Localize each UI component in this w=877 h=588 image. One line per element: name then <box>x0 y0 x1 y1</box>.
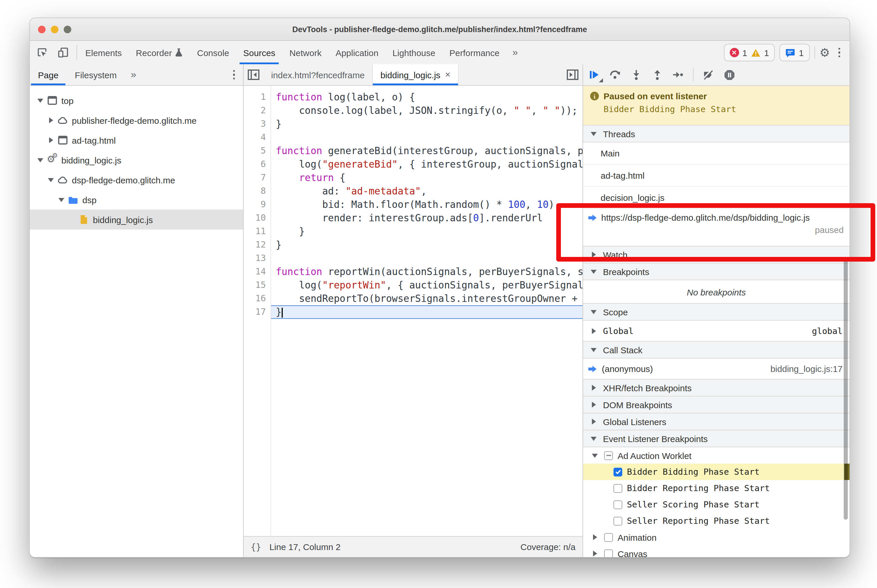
tree-item-publisher-fledge-demo-glitch-me[interactable]: publisher-fledge-demo.glitch.me <box>30 110 243 130</box>
step-out-button[interactable] <box>651 68 664 81</box>
code-editor[interactable]: 1234567891011121314151617 function log(l… <box>244 86 582 537</box>
more-navigator-tabs-icon[interactable]: » <box>125 64 142 85</box>
line-number[interactable]: 15 <box>244 279 271 292</box>
tree-item-dsp[interactable]: dsp <box>30 190 243 210</box>
section-dom-breakpoints[interactable]: DOM Breakpoints <box>583 396 850 413</box>
tab-sources[interactable]: Sources <box>236 41 283 64</box>
code-line[interactable]: function reportWin(auctionSignals, perBu… <box>271 265 582 279</box>
device-toolbar-icon[interactable] <box>54 44 72 61</box>
tree-item-bidding-logic-js[interactable]: bidding_logic.js <box>30 210 243 230</box>
expanded-arrow-icon[interactable] <box>36 96 45 105</box>
tab-network[interactable]: Network <box>283 41 329 64</box>
call-stack-frame[interactable]: (anonymous) bidding_logic.js:17 <box>583 358 850 380</box>
code-line[interactable]: sendReportTo(browserSignals.interestGrou… <box>271 292 582 305</box>
line-number-gutter[interactable]: 1234567891011121314151617 <box>244 86 271 537</box>
code-line[interactable]: function log(label, o) { <box>271 90 582 104</box>
checkbox-unchecked[interactable] <box>614 500 622 509</box>
elb-group-animation[interactable]: Animation <box>583 529 850 545</box>
minimize-window-button[interactable] <box>51 26 59 33</box>
checkbox-unchecked[interactable] <box>604 533 613 542</box>
line-number[interactable]: 9 <box>244 198 271 212</box>
expanded-arrow-icon[interactable] <box>36 155 45 165</box>
close-window-button[interactable] <box>38 26 45 33</box>
inspect-element-icon[interactable] <box>33 44 51 61</box>
code-line[interactable]: } <box>271 117 582 131</box>
elb-item-bidder-reporting-phase-start[interactable]: Bidder Reporting Phase Start <box>583 480 850 496</box>
line-number[interactable]: 12 <box>244 238 271 252</box>
step-button[interactable] <box>672 68 685 81</box>
code-line[interactable]: return { <box>271 171 582 184</box>
line-number[interactable]: 4 <box>244 131 271 144</box>
checkbox-unchecked[interactable] <box>614 484 622 492</box>
tab-page[interactable]: Page <box>30 64 66 85</box>
tab-filesystem[interactable]: Filesystem <box>66 64 125 85</box>
tab-performance[interactable]: Performance <box>442 41 507 64</box>
tab-elements[interactable]: Elements <box>78 41 129 64</box>
editor-tab-index[interactable]: index.html?fencedframe <box>263 64 373 85</box>
expanded-arrow-icon[interactable] <box>57 195 66 204</box>
elb-item-bidder-bidding-phase-start[interactable]: Bidder Bidding Phase Start <box>583 464 850 480</box>
checkbox-checked[interactable] <box>614 467 622 476</box>
navigator-toggle-icon[interactable] <box>244 64 263 85</box>
step-into-button[interactable] <box>630 68 643 81</box>
step-over-button[interactable] <box>609 68 622 81</box>
line-number[interactable]: 2 <box>244 104 271 117</box>
line-number[interactable]: 16 <box>244 292 271 305</box>
navigator-menu-icon[interactable] <box>229 70 238 80</box>
tab-lighthouse[interactable]: Lighthouse <box>385 41 442 64</box>
errors-warnings-badge[interactable]: ✕ 1 1 <box>724 44 775 61</box>
line-number[interactable]: 6 <box>244 158 271 171</box>
settings-gear-icon[interactable]: ⚙ <box>820 47 830 58</box>
line-number[interactable]: 17 <box>244 305 271 319</box>
tree-item-bidding-logic-js[interactable]: ⚙⚙bidding_logic.js <box>30 150 243 170</box>
tree-item-dsp-fledge-demo-glitch-me[interactable]: dsp-fledge-demo.glitch.me <box>30 170 243 190</box>
section-xhr-breakpoints[interactable]: XHR/fetch Breakpoints <box>583 379 850 396</box>
line-number[interactable]: 10 <box>244 212 271 225</box>
line-number[interactable]: 11 <box>244 225 271 238</box>
pretty-print-icon[interactable]: {} <box>251 542 261 552</box>
code-line[interactable]: console.log(label, JSON.stringify(o, " "… <box>271 104 582 117</box>
scope-global-row[interactable]: Global global <box>583 321 850 342</box>
section-threads[interactable]: Threads <box>583 125 850 142</box>
tab-console[interactable]: Console <box>190 41 236 64</box>
collapsed-arrow-icon[interactable] <box>46 116 56 125</box>
code-area[interactable]: function log(label, o) { console.log(lab… <box>271 86 582 537</box>
line-number[interactable]: 1 <box>244 90 271 104</box>
elb-group-canvas[interactable]: Canvas <box>583 545 850 557</box>
line-number[interactable]: 3 <box>244 117 271 131</box>
pause-on-exceptions-button[interactable] <box>723 68 736 81</box>
tree-item-top[interactable]: top <box>30 90 243 110</box>
checkbox-unchecked[interactable] <box>604 549 613 557</box>
window-titlebar[interactable]: DevTools - publisher-fledge-demo.glitch.… <box>30 18 850 41</box>
main-menu-icon[interactable] <box>835 48 844 57</box>
collapsed-arrow-icon[interactable] <box>590 549 599 557</box>
code-line[interactable]: function generateBid(interestGroup, auct… <box>271 144 582 158</box>
expanded-arrow-icon[interactable] <box>590 451 599 460</box>
line-number[interactable]: 13 <box>244 252 271 265</box>
section-global-listeners[interactable]: Global Listeners <box>583 413 850 430</box>
thread-item[interactable]: Main <box>583 142 850 165</box>
close-tab-icon[interactable]: × <box>445 69 450 80</box>
elb-item-seller-reporting-phase-start[interactable]: Seller Reporting Phase Start <box>583 513 850 529</box>
code-line[interactable]: render: interestGroup.ads[0].renderUrl <box>271 212 582 225</box>
code-line[interactable]: } <box>271 225 582 238</box>
line-number[interactable]: 14 <box>244 265 271 279</box>
code-line-paused[interactable]: } <box>271 305 582 319</box>
scrollbar-thumb[interactable] <box>844 257 848 520</box>
zoom-window-button[interactable] <box>64 26 71 33</box>
elb-item-seller-scoring-phase-start[interactable]: Seller Scoring Phase Start <box>583 496 850 513</box>
checkbox-unchecked[interactable] <box>614 516 622 525</box>
section-breakpoints[interactable]: Breakpoints <box>583 263 850 280</box>
code-line[interactable]: bid: Math.floor(Math.random() * 100, 10)… <box>271 198 582 212</box>
issues-badge[interactable]: 1 <box>779 44 809 61</box>
debugger-toggle-icon[interactable] <box>563 64 582 85</box>
section-scope[interactable]: Scope <box>583 303 850 321</box>
code-line[interactable]: } <box>271 238 582 252</box>
collapsed-arrow-icon[interactable] <box>590 532 599 542</box>
editor-tab-bidding-logic[interactable]: bidding_logic.js × <box>373 64 459 85</box>
line-number[interactable]: 7 <box>244 171 271 184</box>
line-number[interactable]: 5 <box>244 144 271 158</box>
resume-script-button[interactable] <box>588 68 601 81</box>
thread-item[interactable]: ad-tag.html <box>583 165 850 187</box>
checkbox-indeterminate[interactable] <box>604 451 613 460</box>
